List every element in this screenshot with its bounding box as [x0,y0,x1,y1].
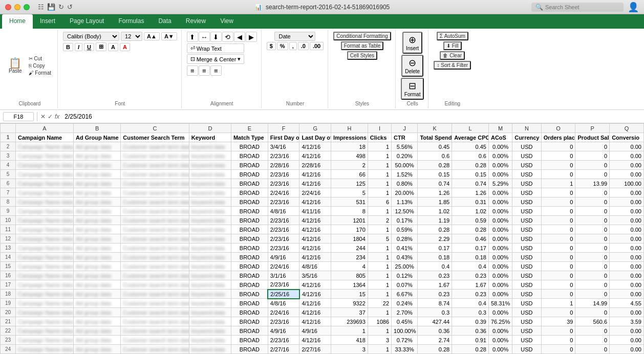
cell-H-19[interactable]: 9322 [331,299,368,308]
wrap-text-button[interactable]: ⏎ Wrap Text [187,43,245,53]
col-header-D[interactable]: D [189,124,231,133]
cell-C-2[interactable]: Customer search term data [121,142,189,151]
cell-N-22[interactable]: USD [512,326,541,336]
cell-P-24[interactable]: 0 [575,345,610,354]
header-cell-G[interactable]: Last Day of I [299,133,331,142]
cell-Q-18[interactable]: 0.00 [610,290,644,299]
cell-L-14[interactable]: 0.18 [452,253,489,262]
cell-C-15[interactable]: Customer search term data [121,262,189,271]
cell-I-21[interactable]: 1086 [368,317,391,326]
col-header-A[interactable]: A [16,124,74,133]
font-decrease-button[interactable]: A▼ [161,32,177,40]
cell-Q-6[interactable]: 100.00 [610,179,644,188]
cell-I-19[interactable]: 22 [368,299,391,308]
cell-H-2[interactable]: 18 [331,142,368,151]
cell-I-7[interactable]: 1 [368,188,391,197]
cell-L-19[interactable]: 0.4 [452,299,489,308]
sort-filter-button[interactable]: ↕ Sort & Filter [434,61,471,70]
number-format-select[interactable]: Date [274,32,315,41]
cell-I-3[interactable]: 1 [368,151,391,161]
cell-O-15[interactable]: 0 [541,262,575,271]
tab-page-layout[interactable]: Page Layout [62,14,111,29]
font-size-select[interactable]: 12 [121,32,142,41]
search-sheet-input[interactable] [545,4,617,10]
cell-D-22[interactable]: keyword data [189,326,231,336]
align-top-button[interactable]: ⬆ [187,32,198,42]
cell-P-20[interactable]: 0 [575,308,610,317]
cell-N-9[interactable]: USD [512,207,541,216]
currency-button[interactable]: $ [267,42,276,50]
cell-I-15[interactable]: 1 [368,262,391,271]
cell-B-2[interactable]: Ad group data [73,142,120,151]
cell-P-6[interactable]: 13.99 [575,179,610,188]
cell-M-12[interactable]: 0.00% [488,234,512,244]
cell-D-17[interactable]: keyword data [189,280,231,290]
cell-L-9[interactable]: 1.02 [452,207,489,216]
cell-J-22[interactable]: 100.00% [392,326,418,336]
cell-F-9[interactable]: 4/8/16 [268,207,299,216]
cell-E-5[interactable]: BROAD [231,170,268,179]
cell-H-3[interactable]: 498 [331,151,368,161]
cell-B-14[interactable]: Ad group data [73,253,120,262]
cell-F-14[interactable]: 4/9/16 [268,253,299,262]
cell-G-23[interactable]: 4/12/16 [299,336,331,345]
cell-I-13[interactable]: 1 [368,244,391,253]
cell-K-14[interactable]: 0.18 [418,253,452,262]
cell-Q-15[interactable]: 0.00 [610,262,644,271]
cell-P-7[interactable]: 0 [575,188,610,197]
cell-N-6[interactable]: USD [512,179,541,188]
cell-Q-20[interactable]: 0.00 [610,308,644,317]
cell-D-23[interactable]: keyword data [189,336,231,345]
cell-K-21[interactable]: 427.44 [418,317,452,326]
cell-B-23[interactable]: Ad group data [73,336,120,345]
cell-G-8[interactable]: 4/12/16 [299,197,331,207]
cell-F-22[interactable]: 4/9/16 [268,326,299,336]
cell-P-8[interactable]: 0 [575,197,610,207]
fill-color-button[interactable]: A [108,43,118,51]
cell-M-16[interactable]: 0.00% [488,271,512,280]
cell-O-7[interactable]: 0 [541,188,575,197]
cell-E-8[interactable]: BROAD [231,197,268,207]
cell-O-12[interactable]: 0 [541,234,575,244]
cell-I-6[interactable]: 1 [368,179,391,188]
cell-K-17[interactable]: 1.67 [418,280,452,290]
cell-A-9[interactable]: Campaign Name data text [16,207,74,216]
cell-K-2[interactable]: 0.45 [418,142,452,151]
cell-G-15[interactable]: 4/8/16 [299,262,331,271]
cell-H-18[interactable]: 15 [331,290,368,299]
cell-N-18[interactable]: USD [512,290,541,299]
cell-Q-11[interactable]: 0.00 [610,225,644,234]
cell-J-23[interactable]: 0.72% [392,336,418,345]
cell-B-7[interactable]: Ad group data [73,188,120,197]
cell-D-24[interactable]: keyword data [189,345,231,354]
col-header-I[interactable]: I [368,124,391,133]
header-cell-D[interactable]: Keyword [189,133,231,142]
cell-C-3[interactable]: Customer search term data [121,151,189,161]
cell-G-19[interactable]: 4/12/16 [299,299,331,308]
cell-A-4[interactable]: Campaign Name data text [16,161,74,170]
cell-C-24[interactable]: Customer search term data [121,345,189,354]
cell-Q-8[interactable]: 0.00 [610,197,644,207]
cell-K-8[interactable]: 1.85 [418,197,452,207]
cell-I-24[interactable]: 1 [368,345,391,354]
cell-F-2[interactable]: 3/4/16 [268,142,299,151]
cell-Q-5[interactable]: 0.00 [610,170,644,179]
cell-K-6[interactable]: 0.74 [418,179,452,188]
cell-C-11[interactable]: Customer search term data [121,225,189,234]
cell-D-15[interactable]: keyword data [189,262,231,271]
cell-E-19[interactable]: BROAD [231,299,268,308]
cell-N-7[interactable]: USD [512,188,541,197]
cell-E-24[interactable]: BROAD [231,345,268,354]
cell-A-2[interactable]: Campaign Name data text [16,142,74,151]
cell-O-6[interactable]: 1 [541,179,575,188]
cell-J-15[interactable]: 25.00% [392,262,418,271]
cell-L-18[interactable]: 0.23 [452,290,489,299]
cell-D-19[interactable]: keyword data [189,299,231,308]
col-header-C[interactable]: C [121,124,189,133]
cell-K-23[interactable]: 2.74 [418,336,452,345]
cell-H-23[interactable]: 418 [331,336,368,345]
cell-D-5[interactable]: keyword data [189,170,231,179]
cell-N-11[interactable]: USD [512,225,541,234]
cell-Q-22[interactable]: 0.00 [610,326,644,336]
copy-button[interactable]: ⎘ Copy [27,62,53,69]
